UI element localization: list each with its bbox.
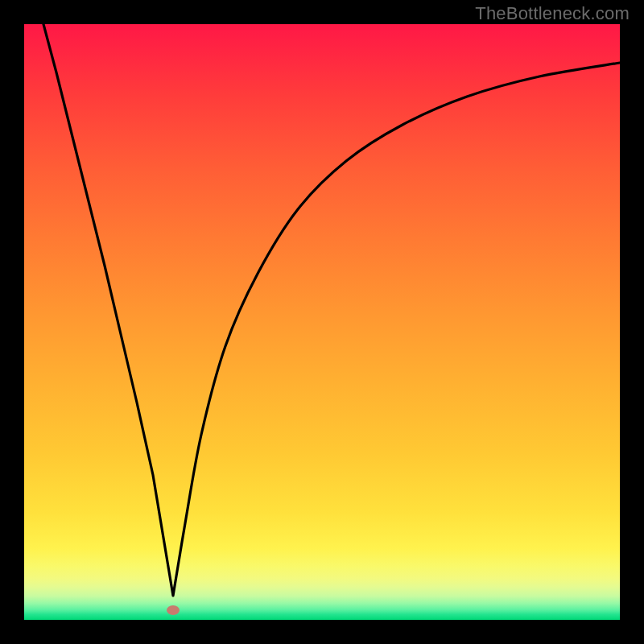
minimum-marker [167,605,180,615]
curve-path [43,24,620,596]
chart-frame: TheBottleneck.com [0,0,644,644]
watermark-text: TheBottleneck.com [475,3,630,24]
bottleneck-curve [24,24,620,620]
plot-area [24,24,620,620]
